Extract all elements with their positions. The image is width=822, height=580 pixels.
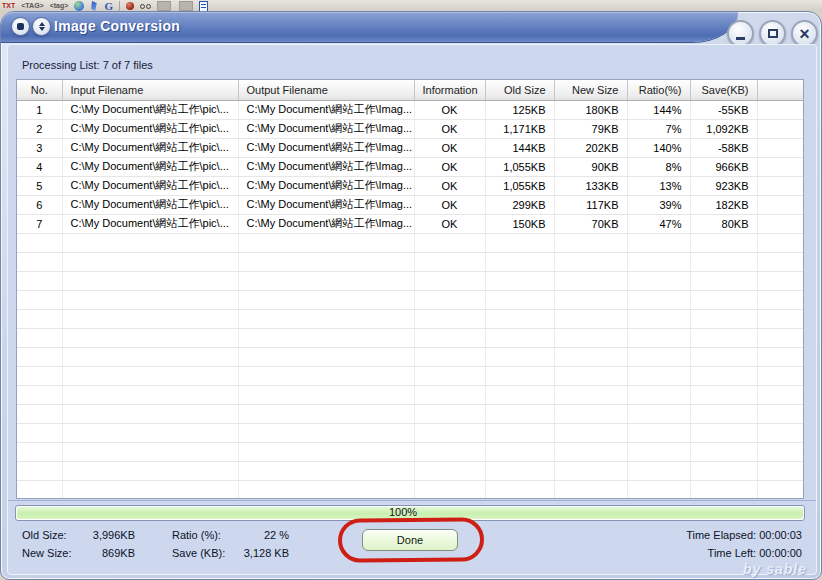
cell-new-size: 180KB bbox=[554, 100, 627, 119]
table-row[interactable]: 3 C:\My Document\網站工作\pic\... C:\My Docu… bbox=[17, 138, 803, 157]
cell-old-size: 299KB bbox=[485, 195, 554, 214]
table-row[interactable]: 5 C:\My Document\網站工作\pic\... C:\My Docu… bbox=[17, 176, 803, 195]
ratio-value: 22 % bbox=[204, 529, 289, 541]
cell-information: OK bbox=[414, 157, 485, 176]
cell-ratio: 39% bbox=[627, 195, 690, 214]
cell-filler bbox=[757, 214, 803, 233]
header-filler bbox=[757, 80, 803, 100]
cell-no: 4 bbox=[17, 157, 62, 176]
new-size-value: 869KB bbox=[62, 547, 135, 559]
header-save[interactable]: Save(KB) bbox=[690, 80, 757, 100]
table-empty-row bbox=[17, 442, 803, 461]
toolbar-separator bbox=[119, 1, 120, 11]
cell-no: 1 bbox=[17, 100, 62, 119]
tag-upper-icon[interactable]: <TAG> bbox=[21, 1, 43, 11]
cell-filler bbox=[757, 176, 803, 195]
maximize-icon bbox=[768, 29, 778, 38]
blue-pen-icon[interactable] bbox=[90, 1, 98, 11]
minimize-icon bbox=[736, 37, 745, 40]
red-ball-icon[interactable] bbox=[126, 2, 134, 10]
progress-percent-label: 100% bbox=[8, 506, 798, 518]
cell-input-filename: C:\My Document\網站工作\pic\... bbox=[62, 100, 238, 119]
table-empty-row bbox=[17, 404, 803, 423]
cell-information: OK bbox=[414, 195, 485, 214]
table-header-row: No. Input Filename Output Filename Infor… bbox=[17, 80, 803, 100]
cell-no: 2 bbox=[17, 119, 62, 138]
cell-old-size: 144KB bbox=[485, 138, 554, 157]
header-old-size[interactable]: Old Size bbox=[485, 80, 554, 100]
cell-input-filename: C:\My Document\網站工作\pic\... bbox=[62, 195, 238, 214]
system-menu-icon bbox=[17, 23, 24, 30]
cell-filler bbox=[757, 100, 803, 119]
cell-ratio: 13% bbox=[627, 176, 690, 195]
cell-input-filename: C:\My Document\網站工作\pic\... bbox=[62, 157, 238, 176]
cell-ratio: 47% bbox=[627, 214, 690, 233]
header-output-filename[interactable]: Output Filename bbox=[238, 80, 414, 100]
cell-input-filename: C:\My Document\網站工作\pic\... bbox=[62, 214, 238, 233]
glasses-icon[interactable] bbox=[140, 4, 151, 9]
done-button[interactable]: Done bbox=[362, 529, 458, 551]
table-row[interactable]: 1 C:\My Document\網站工作\pic\... C:\My Docu… bbox=[17, 100, 803, 119]
table-empty-row bbox=[17, 423, 803, 442]
system-menu-button[interactable] bbox=[11, 17, 30, 36]
gray-square-icon[interactable] bbox=[157, 1, 171, 11]
maximize-button[interactable] bbox=[759, 20, 786, 47]
table-row[interactable]: 6 C:\My Document\網站工作\pic\... C:\My Docu… bbox=[17, 195, 803, 214]
cell-new-size: 202KB bbox=[554, 138, 627, 157]
table-empty-row bbox=[17, 309, 803, 328]
close-icon: × bbox=[799, 25, 810, 43]
cell-new-size: 79KB bbox=[554, 119, 627, 138]
table-row[interactable]: 4 C:\My Document\網站工作\pic\... C:\My Docu… bbox=[17, 157, 803, 176]
cell-ratio: 7% bbox=[627, 119, 690, 138]
google-g-icon[interactable]: G bbox=[104, 1, 113, 11]
table-row[interactable]: 2 C:\My Document\網站工作\pic\... C:\My Docu… bbox=[17, 119, 803, 138]
globe-icon[interactable] bbox=[74, 1, 84, 11]
roll-up-icon bbox=[39, 22, 45, 31]
cell-output-filename: C:\My Document\網站工作\Imag... bbox=[238, 195, 414, 214]
table-empty-row bbox=[17, 271, 803, 290]
cell-input-filename: C:\My Document\網站工作\pic\... bbox=[62, 138, 238, 157]
cell-information: OK bbox=[414, 176, 485, 195]
watermark: by sable bbox=[743, 561, 807, 577]
table-empty-row bbox=[17, 328, 803, 347]
cell-new-size: 117KB bbox=[554, 195, 627, 214]
cell-save: 966KB bbox=[690, 157, 757, 176]
cell-information: OK bbox=[414, 100, 485, 119]
time-left-label: Time Left: bbox=[708, 547, 757, 559]
cell-old-size: 1,055KB bbox=[485, 176, 554, 195]
table-row[interactable]: 7 C:\My Document\網站工作\pic\... C:\My Docu… bbox=[17, 214, 803, 233]
cell-no: 6 bbox=[17, 195, 62, 214]
window-title: Image Conversion bbox=[54, 18, 180, 34]
minimize-button[interactable] bbox=[727, 20, 754, 47]
table-empty-row bbox=[17, 233, 803, 252]
image-conversion-window: Image Conversion × Processing List: 7 of… bbox=[0, 11, 822, 580]
txt-icon[interactable]: TXT bbox=[2, 1, 15, 11]
header-ratio[interactable]: Ratio(%) bbox=[627, 80, 690, 100]
table-empty-row bbox=[17, 461, 803, 480]
table-empty-row bbox=[17, 366, 803, 385]
cell-save: 923KB bbox=[690, 176, 757, 195]
table-empty-row bbox=[17, 480, 803, 499]
header-input-filename[interactable]: Input Filename bbox=[62, 80, 238, 100]
table-empty-row bbox=[17, 290, 803, 309]
close-button[interactable]: × bbox=[791, 20, 818, 47]
header-information[interactable]: Information bbox=[414, 80, 485, 100]
cell-output-filename: C:\My Document\網站工作\Imag... bbox=[238, 157, 414, 176]
gray-square-icon[interactable] bbox=[179, 1, 193, 11]
old-size-label: Old Size: bbox=[22, 529, 67, 541]
roll-up-button[interactable] bbox=[32, 17, 51, 36]
cell-new-size: 70KB bbox=[554, 214, 627, 233]
cell-save: -55KB bbox=[690, 100, 757, 119]
cell-output-filename: C:\My Document\網站工作\Imag... bbox=[238, 214, 414, 233]
header-no[interactable]: No. bbox=[17, 80, 62, 100]
document-icon[interactable] bbox=[199, 1, 208, 12]
cell-old-size: 1,171KB bbox=[485, 119, 554, 138]
tag-lower-icon[interactable]: <tag> bbox=[50, 1, 69, 11]
header-new-size[interactable]: New Size bbox=[554, 80, 627, 100]
cell-save: 80KB bbox=[690, 214, 757, 233]
time-left-value: 00:00:00 bbox=[759, 547, 802, 559]
cell-new-size: 90KB bbox=[554, 157, 627, 176]
cell-save: 182KB bbox=[690, 195, 757, 214]
processing-list-label: Processing List: 7 of 7 files bbox=[22, 59, 153, 71]
cell-old-size: 150KB bbox=[485, 214, 554, 233]
